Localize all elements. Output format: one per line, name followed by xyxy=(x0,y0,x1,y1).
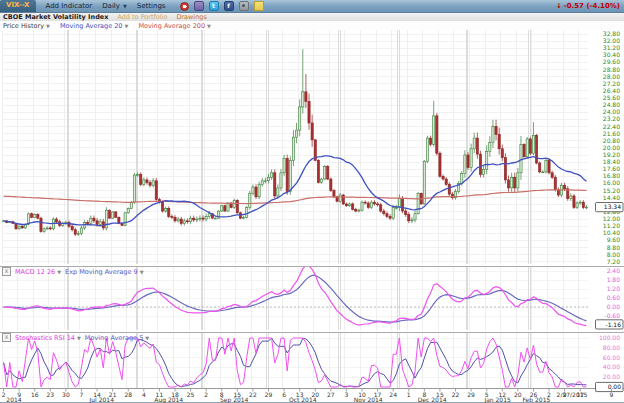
svg-text:20.00: 20.00 xyxy=(603,373,620,380)
symbol-description: CBOE Market Volatility Index xyxy=(3,13,108,21)
symbol-info-bar: CBOE Market Volatility Index Add to Port… xyxy=(0,13,624,21)
svg-text:28.80: 28.80 xyxy=(603,66,620,73)
drawings-menu[interactable]: Drawings xyxy=(176,13,206,21)
svg-text:27.20: 27.20 xyxy=(603,80,620,87)
facebook-icon[interactable]: f xyxy=(224,1,234,11)
svg-text:40.00: 40.00 xyxy=(603,363,620,370)
symbol-tab[interactable]: VIX--X xyxy=(0,0,36,12)
svg-text:29.60: 29.60 xyxy=(603,58,620,65)
svg-text:24.00: 24.00 xyxy=(603,108,620,115)
charting-app-window: VIX--X Add Indicator Daily▼ Settings t f… xyxy=(0,0,624,403)
svg-text:100.00: 100.00 xyxy=(599,334,620,341)
chevron-down-icon: ▼ xyxy=(77,335,81,341)
svg-text:Jan 2015: Jan 2015 xyxy=(483,396,511,403)
svg-text:18.40: 18.40 xyxy=(603,158,620,165)
svg-text:28: 28 xyxy=(124,391,132,398)
alerts-icon[interactable] xyxy=(180,2,189,11)
svg-text:-0.60: -0.60 xyxy=(604,312,620,319)
stochastics-ma-label: Moving Average 5 xyxy=(85,334,143,342)
ma200-label: Moving Average 200 xyxy=(138,22,205,30)
svg-text:Sep 2014: Sep 2014 xyxy=(220,396,249,403)
svg-text:Oct 2014: Oct 2014 xyxy=(289,396,317,403)
svg-text:9: 9 xyxy=(609,391,613,398)
svg-text:29: 29 xyxy=(265,391,273,398)
svg-text:8.80: 8.80 xyxy=(607,244,621,251)
svg-text:2: 2 xyxy=(2,391,6,398)
svg-text:2.40: 2.40 xyxy=(607,267,621,274)
svg-text:0.00: 0.00 xyxy=(607,303,621,310)
toolbar-icons: t f xyxy=(180,1,264,11)
svg-text:21.60: 21.60 xyxy=(603,130,620,137)
svg-text:20: 20 xyxy=(514,391,522,398)
stochastics-ma-dropdown[interactable]: Moving Average 5▼ xyxy=(85,334,149,342)
svg-text:0.00: 0.00 xyxy=(608,383,622,390)
chevron-down-icon: ▼ xyxy=(46,23,50,29)
ma200-dropdown[interactable]: Moving Average 200▼ xyxy=(138,22,211,30)
stochastics-label: Stochastics RSI 14 xyxy=(15,334,75,342)
svg-text:22: 22 xyxy=(452,391,460,398)
chevron-down-icon: ▼ xyxy=(140,269,144,275)
svg-text:60.00: 60.00 xyxy=(603,354,620,361)
svg-text:12.00: 12.00 xyxy=(603,215,620,222)
twitter-icon[interactable]: t xyxy=(209,1,219,11)
svg-text:1: 1 xyxy=(407,391,411,398)
svg-text:Jul 2014: Jul 2014 xyxy=(89,396,115,403)
ma20-label: Moving Average 20 xyxy=(60,22,123,30)
macd-pane-header: X MACD 12 26▼ Exp Moving Average 9▼ xyxy=(2,267,143,276)
svg-text:15.20: 15.20 xyxy=(603,187,620,194)
add-to-portfolio-link[interactable]: Add to Portfolio xyxy=(117,13,167,21)
svg-text:16.80: 16.80 xyxy=(603,172,620,179)
svg-text:3: 3 xyxy=(345,391,349,398)
chevron-down-icon: ▼ xyxy=(57,269,61,275)
stochastics-pane-header: X Stochastics RSI 14▼ Moving Average 5▼ xyxy=(2,333,149,342)
svg-text:14.40: 14.40 xyxy=(603,194,620,201)
chevron-down-icon: ▼ xyxy=(207,23,211,29)
timeframe-dropdown[interactable]: Daily▼ xyxy=(102,2,127,10)
svg-text:2: 2 xyxy=(204,391,208,398)
ma200-line xyxy=(4,190,587,204)
ma20-dropdown[interactable]: Moving Average 20▼ xyxy=(60,22,128,30)
svg-text:16.00: 16.00 xyxy=(603,179,620,186)
sticky-note-icon[interactable] xyxy=(254,1,264,11)
svg-text:23: 23 xyxy=(46,391,54,398)
svg-text:11.20: 11.20 xyxy=(603,222,620,229)
chevron-down-icon: ▼ xyxy=(123,3,127,9)
svg-text:22: 22 xyxy=(249,391,257,398)
down-arrow-icon: ↓ xyxy=(556,2,562,10)
svg-text:31.20: 31.20 xyxy=(603,44,620,51)
svg-text:32.80: 32.80 xyxy=(603,30,620,37)
close-icon[interactable]: X xyxy=(2,333,11,342)
svg-text:4: 4 xyxy=(142,391,146,398)
svg-text:20.80: 20.80 xyxy=(603,137,620,144)
settings-button[interactable]: Settings xyxy=(137,2,166,10)
chart-canvas[interactable]: 7.208.008.809.6010.4011.2012.0012.8013.6… xyxy=(0,0,624,403)
svg-text:-1.16: -1.16 xyxy=(605,321,621,328)
svg-text:13.34: 13.34 xyxy=(604,203,621,210)
svg-text:7: 7 xyxy=(80,391,84,398)
svg-text:19.20: 19.20 xyxy=(603,151,620,158)
svg-text:7.20: 7.20 xyxy=(607,258,621,265)
svg-text:26.40: 26.40 xyxy=(603,87,620,94)
svg-text:25.60: 25.60 xyxy=(603,94,620,101)
notes-icon[interactable] xyxy=(194,1,204,11)
price-history-dropdown[interactable]: Price History▼ xyxy=(3,22,50,30)
snapshot-icon[interactable] xyxy=(239,1,249,11)
chevron-down-icon: ▼ xyxy=(145,335,149,341)
svg-text:16: 16 xyxy=(31,391,39,398)
add-indicator-button[interactable]: Add Indicator xyxy=(46,2,93,10)
svg-text:29: 29 xyxy=(467,391,475,398)
svg-text:25: 25 xyxy=(187,391,195,398)
svg-text:Aug 2014: Aug 2014 xyxy=(154,396,183,403)
price-pane-header: Price History▼ Moving Average 20▼ Moving… xyxy=(0,21,624,30)
svg-text:2/27/2015: 2/27/2015 xyxy=(557,391,588,398)
macd-signal-dropdown[interactable]: Exp Moving Average 9▼ xyxy=(65,268,143,276)
close-icon[interactable]: X xyxy=(2,267,11,276)
svg-text:22.40: 22.40 xyxy=(603,123,620,130)
macd-dropdown[interactable]: MACD 12 26▼ xyxy=(15,268,61,276)
svg-text:1.80: 1.80 xyxy=(607,276,621,283)
svg-text:Feb 2015: Feb 2015 xyxy=(522,396,550,403)
svg-text:80.00: 80.00 xyxy=(603,344,620,351)
stochastics-dropdown[interactable]: Stochastics RSI 14▼ xyxy=(15,334,81,342)
svg-text:8.00: 8.00 xyxy=(607,251,621,258)
price-change-readout: ↓ -0.57 (-4.10%) xyxy=(556,2,620,10)
